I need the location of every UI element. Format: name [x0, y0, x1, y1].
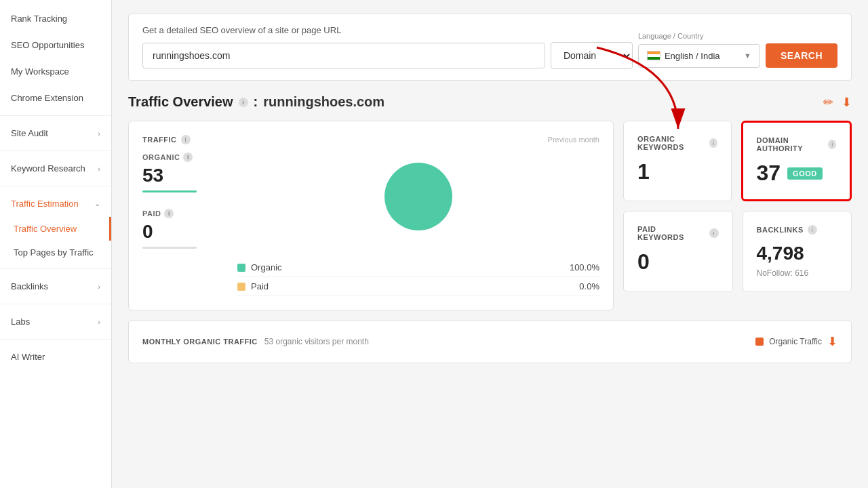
domain-authority-value: 37: [757, 161, 781, 186]
sidebar-item-labs[interactable]: Labs ›: [0, 308, 111, 335]
domain-type-select[interactable]: Domain URL Subdomain: [551, 42, 633, 69]
search-row: Domain URL Subdomain Language / Country …: [142, 42, 837, 69]
cards-row-1: TRAFFIC i Previous month ORGANIC i 53: [128, 121, 852, 310]
pie-chart: [378, 152, 459, 247]
sidebar-item-backlinks[interactable]: Backlinks ›: [0, 273, 111, 300]
sidebar-sub-label: Traffic Overview: [14, 224, 77, 234]
domain-authority-title: DOMAIN AUTHORITY: [757, 136, 825, 152]
domain-authority-header: DOMAIN AUTHORITY i: [757, 136, 837, 152]
chevron-icon: ›: [98, 129, 100, 138]
backlinks-card: BACKLINKS i 4,798 NoFollow: 616: [743, 211, 852, 292]
right-cards: ORGANIC KEYWORDS i 1 DOMAIN AUTHORITY i …: [623, 121, 852, 310]
chevron-icon: ›: [98, 283, 100, 291]
domain-authority-badge: GOOD: [787, 167, 823, 180]
sidebar-sub-item-top-pages-traffic[interactable]: Top Pages by Traffic: [0, 241, 111, 264]
traffic-overview-info-icon[interactable]: i: [239, 98, 248, 107]
sidebar: Rank Tracking SEO Opportunities My Works…: [0, 0, 112, 488]
backlinks-header: BACKLINKS i: [757, 225, 838, 235]
paid-keywords-value: 0: [637, 249, 719, 274]
sidebar-item-seo-opportunities[interactable]: SEO Opportunities: [0, 32, 111, 58]
sidebar-divider-4: [0, 268, 111, 269]
sidebar-divider-1: [0, 115, 111, 116]
traffic-card-header: TRAFFIC i Previous month: [142, 135, 599, 144]
legend-left-organic: Organic: [237, 262, 282, 272]
edit-icon[interactable]: ✏: [823, 95, 833, 110]
download-icon[interactable]: ⬇: [842, 95, 852, 110]
traffic-card-body: ORGANIC i 53 PAID i 0: [142, 152, 599, 296]
right-cards-bottom: PAID KEYWORDS i 0 BACKLINKS i 4,798 NoFo…: [623, 211, 852, 292]
lang-country-value: English / India: [665, 51, 720, 61]
lang-country-label: Language / Country: [638, 32, 704, 40]
sidebar-divider-3: [0, 186, 111, 186]
sidebar-item-site-audit[interactable]: Site Audit ›: [0, 120, 111, 146]
backlinks-value: 4,798: [757, 243, 838, 264]
paid-keywords-info-icon[interactable]: i: [709, 228, 719, 238]
sidebar-item-my-workspace[interactable]: My Workspace: [0, 58, 111, 85]
pie-organic-slice: [384, 163, 452, 230]
paid-keywords-header: PAID KEYWORDS i: [637, 225, 719, 241]
da-value-row: 37 GOOD: [757, 161, 837, 186]
sidebar-item-ai-writer[interactable]: AI Writer: [0, 344, 111, 370]
lang-country-wrapper: Language / Country English / India ▼: [638, 44, 760, 68]
site-url-label: runningshoes.com: [263, 94, 384, 110]
paid-value: 0: [142, 221, 224, 243]
traffic-card-title: TRAFFIC: [142, 136, 177, 144]
organic-keywords-header: ORGANIC KEYWORDS i: [637, 135, 717, 151]
organic-legend-label: Organic: [251, 262, 282, 272]
paid-keywords-card: PAID KEYWORDS i 0: [623, 211, 733, 292]
sidebar-section-label: Keyword Research: [11, 163, 85, 174]
backlinks-nofollow: NoFollow: 616: [757, 268, 838, 278]
monthly-legend: Organic Traffic ⬇: [755, 334, 837, 349]
title-separator: :: [254, 94, 258, 110]
traffic-overview-label: Traffic Overview: [128, 94, 233, 110]
traffic-card: TRAFFIC i Previous month ORGANIC i 53: [128, 121, 614, 310]
organic-info-icon[interactable]: i: [183, 152, 193, 162]
sidebar-section-label: Backlinks: [11, 281, 48, 291]
sidebar-sub-label: Top Pages by Traffic: [14, 247, 94, 258]
legend-item-organic: Organic 100.0%: [237, 258, 599, 277]
main-content: Get a detailed SEO overview of a site or…: [112, 0, 868, 488]
sidebar-divider-6: [0, 339, 111, 340]
traffic-overview-title: Traffic Overview i : runningshoes.com: [128, 94, 384, 110]
paid-keywords-title: PAID KEYWORDS: [637, 225, 705, 241]
traffic-stats: ORGANIC i 53 PAID i 0: [142, 152, 224, 249]
monthly-card-header: MONTHLY ORGANIC TRAFFIC 53 organic visit…: [142, 334, 837, 349]
monthly-download-icon[interactable]: ⬇: [827, 334, 837, 349]
search-area: Get a detailed SEO overview of a site or…: [128, 14, 852, 81]
url-input[interactable]: [142, 43, 545, 68]
search-button[interactable]: SEARCH: [766, 43, 837, 68]
sidebar-divider-2: [0, 150, 111, 151]
organic-keywords-value: 1: [637, 159, 717, 184]
sidebar-item-label: My Workspace: [11, 66, 69, 77]
paid-stat-group: PAID i 0: [142, 209, 224, 249]
traffic-info-icon[interactable]: i: [181, 135, 191, 144]
monthly-legend-dot: [755, 338, 764, 346]
organic-label: ORGANIC i: [142, 152, 224, 162]
header-action-icons: ✏ ⬇: [823, 95, 852, 110]
domain-authority-card: DOMAIN AUTHORITY i 37 GOOD: [741, 121, 852, 201]
organic-keywords-title: ORGANIC KEYWORDS: [637, 135, 705, 151]
paid-legend-label: Paid: [251, 281, 269, 291]
sidebar-item-label: Chrome Extension: [11, 93, 83, 103]
sidebar-item-rank-tracking[interactable]: Rank Tracking: [0, 5, 111, 32]
organic-keywords-info-icon[interactable]: i: [709, 138, 717, 148]
legend-left-paid: Paid: [237, 281, 269, 291]
traffic-overview-header: Traffic Overview i : runningshoes.com ✏ …: [128, 94, 852, 110]
paid-bar: [142, 247, 197, 249]
chevron-down-icon: ▼: [744, 52, 751, 60]
sidebar-sub-item-traffic-overview[interactable]: Traffic Overview: [0, 217, 111, 241]
organic-bar: [142, 190, 197, 192]
sidebar-item-traffic-estimation[interactable]: Traffic Estimation ⌄: [0, 190, 111, 217]
sidebar-item-chrome-extension[interactable]: Chrome Extension: [0, 85, 111, 111]
chevron-icon: ›: [98, 318, 100, 326]
domain-authority-info-icon[interactable]: i: [828, 140, 836, 149]
sidebar-item-keyword-research[interactable]: Keyword Research ›: [0, 155, 111, 182]
backlinks-info-icon[interactable]: i: [808, 225, 817, 235]
pie-legend: Organic 100.0% Paid 0.0%: [237, 258, 599, 296]
monthly-traffic-title: MONTHLY ORGANIC TRAFFIC: [142, 338, 258, 346]
organic-stat-group: ORGANIC i 53: [142, 152, 224, 192]
paid-info-icon[interactable]: i: [164, 209, 174, 218]
backlinks-title: BACKLINKS: [757, 226, 804, 234]
previous-month-label: Previous month: [191, 136, 599, 144]
lang-country-select[interactable]: English / India ▼: [638, 44, 760, 68]
